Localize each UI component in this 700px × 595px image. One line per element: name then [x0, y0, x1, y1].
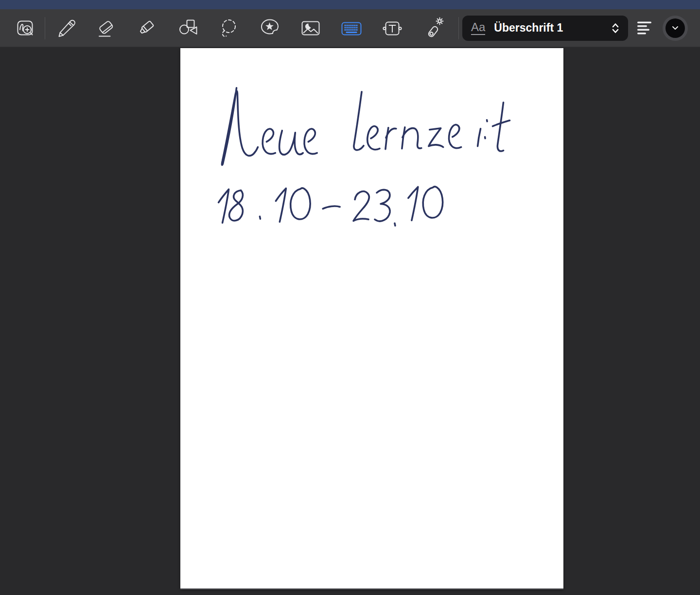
lasso-tool-button[interactable] [209, 13, 249, 43]
shapes-icon [176, 17, 200, 40]
toolbar: Aa Überschrift 1 [0, 9, 700, 47]
pen-icon [54, 17, 77, 40]
stickers-icon [258, 17, 281, 40]
document-canvas[interactable] [0, 47, 700, 595]
shapes-tool-button[interactable] [168, 13, 209, 43]
eraser-icon [95, 17, 118, 40]
stickers-tool-button[interactable] [249, 13, 290, 43]
highlighter-tool-button[interactable] [127, 13, 168, 43]
text-tool-button[interactable] [372, 13, 413, 43]
laser-pointer-icon [421, 17, 445, 40]
zoom-window-icon [14, 17, 37, 40]
handwriting-date-range [219, 187, 443, 226]
image-tool-button[interactable] [290, 13, 331, 43]
account-menu-button[interactable] [663, 16, 688, 41]
eraser-tool-button[interactable] [86, 13, 127, 43]
keyboard-icon [340, 17, 363, 40]
highlighter-icon [136, 17, 159, 40]
keyboard-tool-button[interactable] [331, 13, 372, 43]
lasso-icon [217, 17, 241, 40]
chevron-up-down-icon [611, 21, 620, 35]
text-align-icon [635, 18, 654, 38]
font-style-label: Aa [471, 21, 485, 35]
chevron-down-icon [672, 26, 679, 30]
selected-text-style: Überschrift 1 [494, 21, 563, 35]
handwriting-title [222, 88, 509, 165]
zoom-window-tool-button[interactable] [6, 13, 45, 43]
image-icon [299, 17, 322, 40]
status-bar [0, 0, 700, 9]
text-align-button[interactable] [628, 13, 661, 43]
toolbar-separator [458, 17, 459, 39]
pen-tool-button[interactable] [45, 13, 86, 43]
handwriting-layer [180, 48, 563, 588]
note-page[interactable] [180, 48, 563, 589]
text-style-picker[interactable]: Aa Überschrift 1 [462, 16, 628, 41]
laser-pointer-tool-button[interactable] [413, 13, 454, 43]
avatar [665, 18, 685, 38]
text-box-icon [381, 17, 404, 40]
